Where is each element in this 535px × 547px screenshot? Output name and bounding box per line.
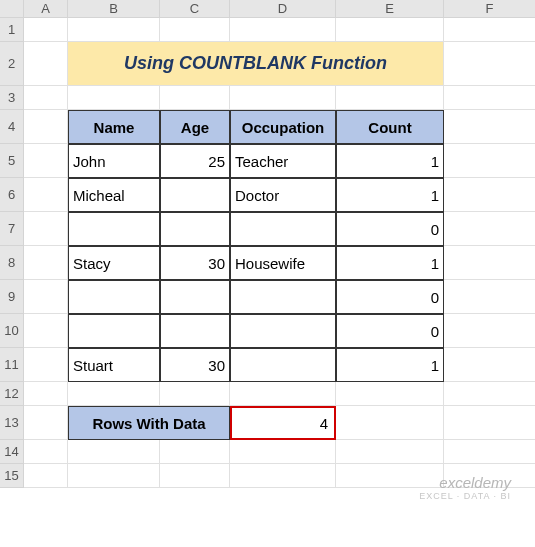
header-count[interactable]: Count [336,110,444,144]
cell-occ-7[interactable] [230,212,336,246]
cell-b1[interactable] [68,18,160,42]
cell-a6[interactable] [24,178,68,212]
cell-b15[interactable] [68,464,160,488]
cell-f2[interactable] [444,42,535,86]
cell-name-8[interactable]: Stacy [68,246,160,280]
cell-c3[interactable] [160,86,230,110]
header-occupation[interactable]: Occupation [230,110,336,144]
cell-occ-6[interactable]: Doctor [230,178,336,212]
cell-name-11[interactable]: Stuart [68,348,160,382]
cell-a9[interactable] [24,280,68,314]
col-header-c[interactable]: C [160,0,230,18]
cell-f5[interactable] [444,144,535,178]
cell-age-9[interactable] [160,280,230,314]
cell-count-8[interactable]: 1 [336,246,444,280]
cell-a13[interactable] [24,406,68,440]
cell-e14[interactable] [336,440,444,464]
row-header-5[interactable]: 5 [0,144,24,178]
cell-f1[interactable] [444,18,535,42]
cell-age-10[interactable] [160,314,230,348]
cell-name-10[interactable] [68,314,160,348]
cell-f14[interactable] [444,440,535,464]
row-header-6[interactable]: 6 [0,178,24,212]
cell-a4[interactable] [24,110,68,144]
cell-a12[interactable] [24,382,68,406]
header-name[interactable]: Name [68,110,160,144]
cell-d12[interactable] [230,382,336,406]
cell-count-6[interactable]: 1 [336,178,444,212]
cell-c1[interactable] [160,18,230,42]
rows-with-data-value[interactable]: 4 [230,406,336,440]
cell-f6[interactable] [444,178,535,212]
cell-age-11[interactable]: 30 [160,348,230,382]
row-header-12[interactable]: 12 [0,382,24,406]
rows-with-data-label[interactable]: Rows With Data [68,406,230,440]
cell-a3[interactable] [24,86,68,110]
row-header-11[interactable]: 11 [0,348,24,382]
cell-b3[interactable] [68,86,160,110]
cell-count-5[interactable]: 1 [336,144,444,178]
cell-d1[interactable] [230,18,336,42]
row-header-4[interactable]: 4 [0,110,24,144]
cell-name-6[interactable]: Micheal [68,178,160,212]
cell-f7[interactable] [444,212,535,246]
row-header-2[interactable]: 2 [0,42,24,86]
cell-occ-5[interactable]: Teacher [230,144,336,178]
cell-f4[interactable] [444,110,535,144]
cell-d3[interactable] [230,86,336,110]
cell-f11[interactable] [444,348,535,382]
row-header-13[interactable]: 13 [0,406,24,440]
cell-age-7[interactable] [160,212,230,246]
cell-occ-9[interactable] [230,280,336,314]
cell-a2[interactable] [24,42,68,86]
row-header-3[interactable]: 3 [0,86,24,110]
header-age[interactable]: Age [160,110,230,144]
cell-age-6[interactable] [160,178,230,212]
cell-occ-10[interactable] [230,314,336,348]
cell-f3[interactable] [444,86,535,110]
col-header-a[interactable]: A [24,0,68,18]
cell-occ-8[interactable]: Housewife [230,246,336,280]
col-header-d[interactable]: D [230,0,336,18]
col-header-f[interactable]: F [444,0,535,18]
cell-age-8[interactable]: 30 [160,246,230,280]
col-header-b[interactable]: B [68,0,160,18]
row-header-8[interactable]: 8 [0,246,24,280]
cell-a10[interactable] [24,314,68,348]
cell-f10[interactable] [444,314,535,348]
cell-name-5[interactable]: John [68,144,160,178]
cell-a11[interactable] [24,348,68,382]
cell-d15[interactable] [230,464,336,488]
cell-f9[interactable] [444,280,535,314]
cell-a7[interactable] [24,212,68,246]
row-header-14[interactable]: 14 [0,440,24,464]
cell-f8[interactable] [444,246,535,280]
cell-count-7[interactable]: 0 [336,212,444,246]
row-header-9[interactable]: 9 [0,280,24,314]
row-header-15[interactable]: 15 [0,464,24,488]
col-header-e[interactable]: E [336,0,444,18]
cell-age-5[interactable]: 25 [160,144,230,178]
cell-c14[interactable] [160,440,230,464]
cell-a14[interactable] [24,440,68,464]
cell-count-11[interactable]: 1 [336,348,444,382]
cell-d14[interactable] [230,440,336,464]
cell-count-9[interactable]: 0 [336,280,444,314]
cell-b14[interactable] [68,440,160,464]
cell-a15[interactable] [24,464,68,488]
cell-c12[interactable] [160,382,230,406]
row-header-1[interactable]: 1 [0,18,24,42]
cell-e13[interactable] [336,406,444,440]
cell-e1[interactable] [336,18,444,42]
row-header-7[interactable]: 7 [0,212,24,246]
cell-f13[interactable] [444,406,535,440]
cell-a5[interactable] [24,144,68,178]
cell-name-9[interactable] [68,280,160,314]
cell-a8[interactable] [24,246,68,280]
cell-name-7[interactable] [68,212,160,246]
cell-e12[interactable] [336,382,444,406]
cell-c15[interactable] [160,464,230,488]
cell-occ-11[interactable] [230,348,336,382]
cell-e3[interactable] [336,86,444,110]
cell-a1[interactable] [24,18,68,42]
